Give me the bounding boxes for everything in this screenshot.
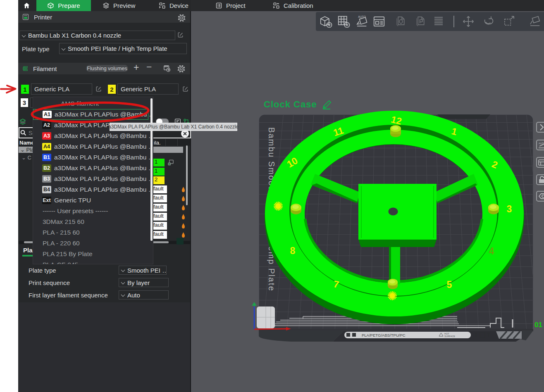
svg-text:5: 5 (447, 279, 452, 290)
svg-text:8: 8 (290, 245, 296, 256)
svg-text:AUTO: AUTO (539, 142, 544, 145)
svg-text:3: 3 (507, 204, 512, 214)
svg-text:4: 4 (489, 246, 494, 257)
svg-text:AUTO: AUTO (358, 15, 365, 18)
